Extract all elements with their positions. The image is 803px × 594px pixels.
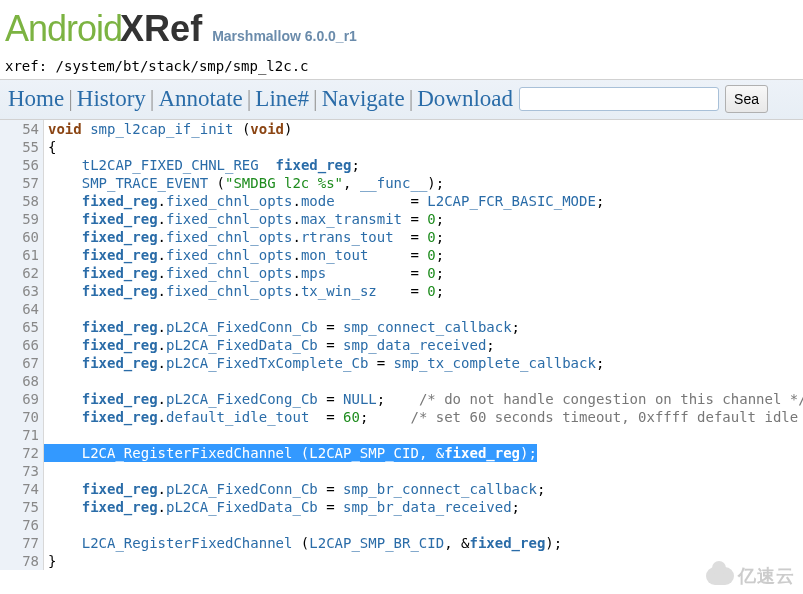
code-line: 63 fixed_reg.fixed_chnl_opts.tx_win_sz =… [0,282,803,300]
filepath-segment[interactable]: bt [123,58,140,74]
source-code-area: 54void smp_l2cap_if_init (void)55{56 tL2… [0,120,803,570]
code-content[interactable] [44,462,48,480]
line-number[interactable]: 73 [0,462,44,480]
code-content[interactable]: fixed_reg.pL2CA_FixedData_Cb = smp_br_da… [44,498,520,516]
line-number[interactable]: 64 [0,300,44,318]
code-line: 72 L2CA_RegisterFixedChannel (L2CAP_SMP_… [0,444,803,462]
code-line: 68 [0,372,803,390]
line-number[interactable]: 71 [0,426,44,444]
code-content[interactable]: L2CA_RegisterFixedChannel (L2CAP_SMP_BR_… [44,534,562,552]
logo-version: Marshmallow 6.0.0_r1 [212,28,357,44]
code-content[interactable]: SMP_TRACE_EVENT ("SMDBG l2c %s", __func_… [44,174,444,192]
code-content[interactable]: fixed_reg.default_idle_tout = 60; /* set… [44,408,803,426]
code-line: 60 fixed_reg.fixed_chnl_opts.rtrans_tout… [0,228,803,246]
code-content[interactable]: fixed_reg.fixed_chnl_opts.mon_tout = 0; [44,246,444,264]
code-content[interactable] [44,426,48,444]
code-line: 69 fixed_reg.pL2CA_FixedCong_Cb = NULL; … [0,390,803,408]
code-line: 77 L2CA_RegisterFixedChannel (L2CAP_SMP_… [0,534,803,552]
code-content[interactable]: fixed_reg.pL2CA_FixedTxComplete_Cb = smp… [44,354,604,372]
nav-navigate[interactable]: Navigate [322,86,405,111]
line-number[interactable]: 61 [0,246,44,264]
code-content[interactable]: fixed_reg.fixed_chnl_opts.mode = L2CAP_F… [44,192,604,210]
line-number[interactable]: 69 [0,390,44,408]
nav-home[interactable]: Home [8,86,64,111]
code-content[interactable]: fixed_reg.fixed_chnl_opts.rtrans_tout = … [44,228,444,246]
code-content[interactable]: fixed_reg.pL2CA_FixedData_Cb = smp_data_… [44,336,495,354]
line-number[interactable]: 56 [0,156,44,174]
code-line: 73 [0,462,803,480]
search-input[interactable] [519,87,719,111]
code-content[interactable]: fixed_reg.pL2CA_FixedConn_Cb = smp_conne… [44,318,520,336]
code-content[interactable]: fixed_reg.fixed_chnl_opts.max_transmit =… [44,210,444,228]
line-number[interactable]: 75 [0,498,44,516]
code-line: 61 fixed_reg.fixed_chnl_opts.mon_tout = … [0,246,803,264]
code-content[interactable] [44,300,48,318]
line-number[interactable]: 57 [0,174,44,192]
line-number[interactable]: 67 [0,354,44,372]
line-number[interactable]: 76 [0,516,44,534]
logo-area: AndroidXRef Marshmallow 6.0.0_r1 [0,0,803,55]
code-content[interactable] [44,372,48,390]
code-content[interactable]: fixed_reg.pL2CA_FixedCong_Cb = NULL; /* … [44,390,803,408]
code-line: 74 fixed_reg.pL2CA_FixedConn_Cb = smp_br… [0,480,803,498]
xref-label: xref: [5,58,56,74]
nav-annotate[interactable]: Annotate [158,86,242,111]
code-line: 66 fixed_reg.pL2CA_FixedData_Cb = smp_da… [0,336,803,354]
code-line: 71 [0,426,803,444]
code-content[interactable]: fixed_reg.pL2CA_FixedConn_Cb = smp_br_co… [44,480,545,498]
line-number[interactable]: 63 [0,282,44,300]
line-number[interactable]: 77 [0,534,44,552]
code-content[interactable]: L2CA_RegisterFixedChannel (L2CAP_SMP_CID… [44,444,537,462]
code-line: 64 [0,300,803,318]
line-number[interactable]: 58 [0,192,44,210]
navigation-bar: Home|History|Annotate|Line#|Navigate|Dow… [0,79,803,120]
logo-android[interactable]: AndroidXRef [5,8,202,50]
code-line: 78} [0,552,803,570]
line-number[interactable]: 59 [0,210,44,228]
filepath-segment[interactable]: stack [148,58,190,74]
filepath-segment[interactable]: system [64,58,115,74]
line-number[interactable]: 62 [0,264,44,282]
code-content[interactable]: fixed_reg.fixed_chnl_opts.tx_win_sz = 0; [44,282,444,300]
line-number[interactable]: 68 [0,372,44,390]
code-line: 75 fixed_reg.pL2CA_FixedData_Cb = smp_br… [0,498,803,516]
code-line: 76 [0,516,803,534]
code-line: 62 fixed_reg.fixed_chnl_opts.mps = 0; [0,264,803,282]
file-path-breadcrumb: xref: /system/bt/stack/smp/smp_l2c.c [0,55,803,79]
code-line: 56 tL2CAP_FIXED_CHNL_REG fixed_reg; [0,156,803,174]
line-number[interactable]: 54 [0,120,44,138]
line-number[interactable]: 74 [0,480,44,498]
line-number[interactable]: 66 [0,336,44,354]
code-line: 59 fixed_reg.fixed_chnl_opts.max_transmi… [0,210,803,228]
code-line: 70 fixed_reg.default_idle_tout = 60; /* … [0,408,803,426]
line-number[interactable]: 60 [0,228,44,246]
code-line: 67 fixed_reg.pL2CA_FixedTxComplete_Cb = … [0,354,803,372]
nav-download[interactable]: Download [417,86,513,111]
code-line: 57 SMP_TRACE_EVENT ("SMDBG l2c %s", __fu… [0,174,803,192]
nav-history[interactable]: History [77,86,146,111]
code-content[interactable]: fixed_reg.fixed_chnl_opts.mps = 0; [44,264,444,282]
line-number[interactable]: 55 [0,138,44,156]
code-content[interactable] [44,516,48,534]
line-number[interactable]: 70 [0,408,44,426]
nav-line[interactable]: Line# [255,86,309,111]
search-button[interactable]: Sea [725,85,768,113]
line-number[interactable]: 78 [0,552,44,570]
line-number[interactable]: 72 [0,444,44,462]
line-number[interactable]: 65 [0,318,44,336]
code-content[interactable]: void smp_l2cap_if_init (void) [44,120,292,138]
code-line: 65 fixed_reg.pL2CA_FixedConn_Cb = smp_co… [0,318,803,336]
code-content[interactable]: } [44,552,56,570]
code-line: 54void smp_l2cap_if_init (void) [0,120,803,138]
code-content[interactable]: { [44,138,56,156]
code-line: 58 fixed_reg.fixed_chnl_opts.mode = L2CA… [0,192,803,210]
code-line: 55{ [0,138,803,156]
filepath-segment[interactable]: smp [199,58,224,74]
code-content[interactable]: tL2CAP_FIXED_CHNL_REG fixed_reg; [44,156,360,174]
filepath-segment[interactable]: smp_l2c.c [233,58,309,74]
